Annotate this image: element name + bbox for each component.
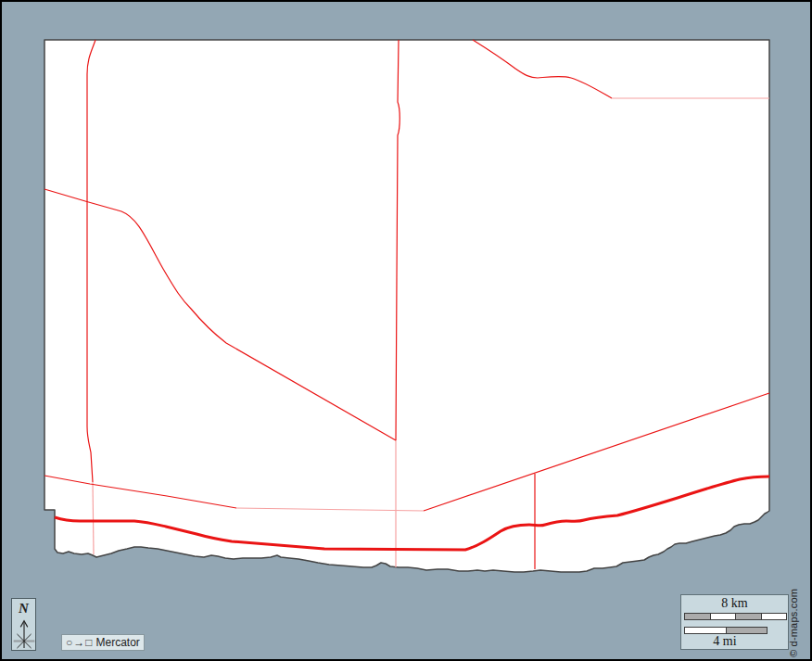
arrow-right-icon: → bbox=[73, 636, 84, 649]
circle-icon: ○ bbox=[66, 636, 72, 649]
square-icon: □ bbox=[85, 636, 92, 649]
scale-km-label: 8 km bbox=[681, 596, 788, 611]
scale-segment-gray bbox=[735, 614, 761, 619]
scale-box: 8 km 4 mi bbox=[680, 594, 789, 650]
projection-box: ○ → □ Mercator bbox=[61, 634, 145, 651]
scale-bar-km bbox=[684, 613, 787, 620]
north-label: N bbox=[19, 601, 29, 616]
scale-segment-white bbox=[710, 614, 736, 619]
copyright-watermark: © d-maps.com bbox=[788, 589, 799, 657]
landmass bbox=[44, 40, 769, 572]
map-screenshot: N ○ → □ Mercator 8 km 4 mi © d-maps.com bbox=[0, 0, 812, 661]
compass-rose-icon bbox=[12, 617, 36, 650]
north-indicator: N bbox=[11, 598, 36, 651]
scale-segment-gray bbox=[726, 628, 768, 633]
scale-segment-white bbox=[761, 614, 787, 619]
scale-segment-white bbox=[685, 628, 726, 633]
map-canvas bbox=[0, 0, 812, 661]
scale-mi-label: 4 mi bbox=[684, 634, 766, 649]
scale-segment-gray bbox=[685, 614, 710, 619]
scale-bar-mi bbox=[684, 627, 768, 634]
projection-name: Mercator bbox=[96, 636, 140, 649]
